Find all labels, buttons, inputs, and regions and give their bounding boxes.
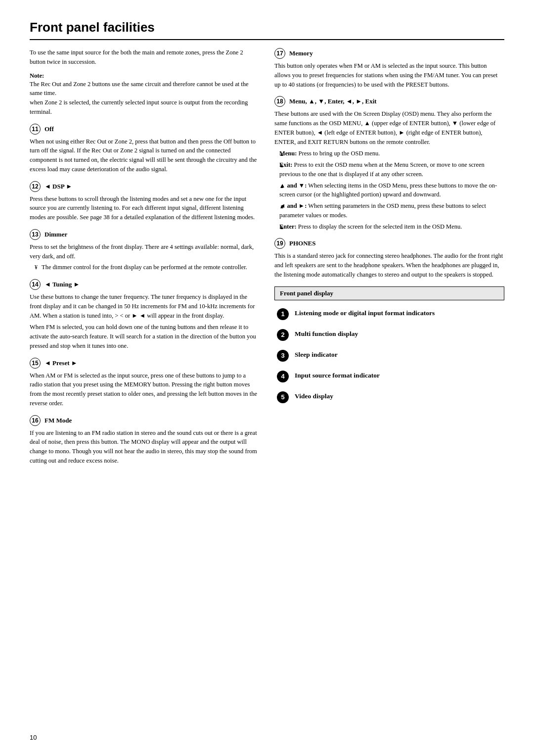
section-11-body: When not using either Rec Out or Zone 2,…	[30, 137, 260, 174]
section-11-title: 11 Off	[30, 124, 260, 135]
section-19-body: This is a standard stereo jack for conne…	[274, 251, 504, 279]
page-number: 10	[30, 734, 37, 741]
section-18-bullet-leftright: ◄ and ►: When setting parameters in the …	[279, 201, 504, 220]
section-17-body: This button only operates when FM or AM …	[274, 61, 504, 89]
note-block: Note: The Rec Out and Zone 2 buttons use…	[30, 72, 260, 117]
panel-item-text-1: Listening mode or digital input format i…	[295, 308, 435, 318]
section-14: 14 ◄ Tuning ► Use these buttons to chang…	[30, 279, 260, 351]
section-18-label: Menu, ▲, ▼, Enter, ◄, ►, Exit	[289, 97, 377, 105]
section-15-number: 15	[30, 358, 41, 369]
section-12-number: 12	[30, 181, 41, 192]
section-16-number: 16	[30, 415, 41, 426]
section-12-body: Press these buttons to scroll through th…	[30, 194, 260, 222]
section-13-title: 13 Dimmer	[30, 229, 260, 240]
section-12-label: ◄ DSP ►	[44, 183, 72, 190]
section-18-detail-bullets: Menu: Press to bring up the OSD menu. Ex…	[274, 149, 504, 231]
section-13: 13 Dimmer Press to set the brightness of…	[30, 229, 260, 272]
section-15: 15 ◄ Preset ► When AM or FM is selected …	[30, 358, 260, 408]
left-column: To use the same input source for the bot…	[30, 48, 260, 472]
panel-item-3: 3 Sleep indicator	[274, 350, 504, 362]
section-13-bullets: The dimmer control for the front display…	[30, 263, 260, 272]
section-14-number: 14	[30, 279, 41, 290]
note-label: Note:	[30, 72, 44, 79]
section-14-title: 14 ◄ Tuning ►	[30, 279, 260, 290]
intro-text: To use the same input source for the bot…	[30, 48, 260, 67]
section-18-bullet-enter: Enter: Press to display the screen for t…	[279, 222, 504, 232]
section-13-body: Press to set the brightness of the front…	[30, 242, 260, 261]
panel-item-text-5: Video display	[295, 391, 333, 401]
section-19: 19 PHONES This is a standard stereo jack…	[274, 238, 504, 279]
panel-item-5: 5 Video display	[274, 391, 504, 403]
section-15-body: When AM or FM is selected as the input s…	[30, 371, 260, 408]
section-13-label: Dimmer	[44, 231, 67, 238]
section-19-number: 19	[274, 238, 285, 249]
section-11-label: Off	[44, 125, 54, 133]
panel-number-3: 3	[277, 350, 289, 362]
section-11: 11 Off When not using either Rec Out or …	[30, 124, 260, 174]
section-14-body-2: When FM is selected, you can hold down o…	[30, 323, 260, 350]
panel-item-text-3: Sleep indicator	[295, 350, 338, 360]
section-18: 18 Menu, ▲, ▼, Enter, ◄, ►, Exit These b…	[274, 96, 504, 231]
section-18-body: These buttons are used with the On Scree…	[274, 109, 504, 146]
section-19-title: 19 PHONES	[274, 238, 504, 249]
front-panel-display-box: Front panel display	[274, 286, 504, 300]
section-11-number: 11	[30, 124, 41, 135]
section-16-label: FM Mode	[44, 417, 72, 425]
section-16-body: If you are listening to an FM radio stat…	[30, 428, 260, 466]
section-17: 17 Memory This button only operates when…	[274, 48, 504, 89]
section-14-body: Use these buttons to change the tuner fr…	[30, 292, 260, 320]
section-15-title: 15 ◄ Preset ►	[30, 358, 260, 369]
section-14-label: ◄ Tuning ►	[44, 281, 80, 288]
section-17-label: Memory	[289, 49, 313, 57]
panel-number-2: 2	[277, 329, 289, 341]
section-13-bullet-1: The dimmer control for the front display…	[35, 263, 260, 272]
section-16-title: 16 FM Mode	[30, 415, 260, 426]
panel-item-4: 4 Input source format indicator	[274, 371, 504, 382]
panel-number-1: 1	[277, 308, 289, 320]
panel-item-2: 2 Multi function display	[274, 329, 504, 341]
section-18-bullet-updown: ▲ and ▼: When selecting items in the OSD…	[279, 181, 504, 200]
section-13-number: 13	[30, 229, 41, 240]
section-18-bullet-exit: Exit: Press to exit the OSD menu when at…	[279, 160, 504, 179]
panel-number-5: 5	[277, 391, 289, 403]
panel-item-text-4: Input source format indicator	[295, 371, 380, 380]
section-17-title: 17 Memory	[274, 48, 504, 59]
section-17-number: 17	[274, 48, 285, 59]
section-15-label: ◄ Preset ►	[44, 359, 78, 367]
note-line-2: when Zone 2 is selected, the currently s…	[30, 98, 260, 117]
note-line-1: The Rec Out and Zone 2 buttons use the s…	[30, 80, 260, 98]
section-16: 16 FM Mode If you are listening to an FM…	[30, 415, 260, 466]
section-18-title: 18 Menu, ▲, ▼, Enter, ◄, ►, Exit	[274, 96, 504, 107]
section-12: 12 ◄ DSP ► Press these buttons to scroll…	[30, 181, 260, 222]
page-title: Front panel facilities	[30, 20, 504, 40]
right-column: 17 Memory This button only operates when…	[274, 48, 504, 472]
section-18-number: 18	[274, 96, 285, 107]
section-18-bullet-menu: Menu: Press to bring up the OSD menu.	[279, 149, 504, 158]
panel-item-1: 1 Listening mode or digital input format…	[274, 308, 504, 320]
section-12-title: 12 ◄ DSP ►	[30, 181, 260, 192]
panel-item-text-2: Multi function display	[295, 329, 358, 339]
panel-number-4: 4	[277, 371, 289, 382]
section-19-label: PHONES	[289, 239, 315, 247]
